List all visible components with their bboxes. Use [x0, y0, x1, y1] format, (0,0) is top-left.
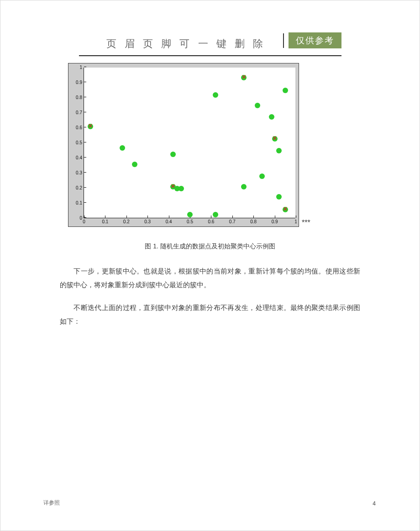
figure-caption: 图 1. 随机生成的数据点及初始聚类中心示例图	[0, 242, 420, 251]
data-point	[283, 88, 288, 93]
y-tick	[84, 202, 86, 203]
header-divider	[283, 33, 284, 48]
x-tick-label: 0.7	[229, 219, 236, 224]
y-tick-label: 0.4	[72, 155, 82, 160]
data-point	[213, 92, 218, 98]
x-tick-label: 0.2	[123, 219, 130, 224]
data-point	[272, 136, 278, 142]
data-point	[132, 162, 137, 167]
data-point	[241, 184, 247, 189]
body-paragraph-1: 下一步，更新簇中心。也就是说，根据簇中的当前对象，重新计算每个簇的均值。使用这些…	[60, 264, 360, 292]
x-tick-label: 0.9	[272, 219, 278, 224]
page-header: 页 眉 页 脚 可 一 键 删 除 仅供参考	[79, 34, 341, 53]
y-tick	[84, 172, 86, 173]
x-tick	[169, 216, 169, 218]
scatter-plot-frame: 00.10.20.30.40.50.60.70.80.9100.10.20.30…	[68, 63, 299, 227]
data-point	[283, 207, 288, 212]
x-tick-label: 1	[294, 219, 297, 224]
data-point	[170, 152, 176, 157]
data-point	[88, 124, 93, 129]
footer-left: 详参照	[43, 499, 60, 507]
header-title: 页 眉 页 脚 可 一 键 删 除	[106, 37, 266, 51]
x-tick	[147, 216, 148, 218]
y-tick	[84, 217, 86, 218]
data-point	[255, 103, 260, 108]
data-point	[276, 148, 282, 153]
x-tick	[275, 216, 275, 218]
data-point	[178, 186, 184, 191]
y-tick	[84, 82, 86, 82]
x-tick	[253, 216, 254, 218]
x-tick	[105, 216, 105, 218]
x-tick-label: 0.6	[208, 219, 214, 224]
data-point	[120, 145, 125, 151]
x-tick	[296, 216, 296, 218]
x-tick-label: 0.5	[187, 219, 193, 224]
y-tick-label: 0.8	[72, 95, 82, 100]
data-point	[213, 212, 218, 217]
data-point	[187, 212, 193, 217]
y-tick-label: 0.5	[72, 140, 82, 145]
scatter-plot-area: 00.10.20.30.40.50.60.70.80.9100.10.20.30…	[84, 68, 295, 218]
data-point	[259, 173, 265, 179]
y-tick	[84, 112, 86, 112]
header-rule	[79, 55, 341, 56]
y-tick	[84, 187, 86, 188]
y-tick	[84, 67, 86, 67]
data-point	[276, 194, 282, 200]
x-tick	[211, 216, 211, 218]
y-tick-label: 1	[72, 65, 82, 70]
y-tick-label: 0.6	[72, 125, 82, 130]
y-tick	[84, 127, 86, 127]
y-tick-label: 0.1	[72, 200, 82, 205]
body-paragraph-2: 不断迭代上面的过程，直到簇中对象的重新分布不再发生，处理结束。最终的聚类结果示例…	[60, 301, 360, 328]
x-tick-label: 0.4	[166, 219, 172, 224]
y-tick-label: 0.2	[72, 185, 82, 190]
y-tick-label: 0.9	[72, 80, 82, 85]
x-tick	[232, 216, 233, 218]
figure-asterisks: ***	[302, 219, 310, 227]
x-tick-label: 0.1	[102, 219, 108, 224]
paragraph-1-text: 下一步，更新簇中心。也就是说，根据簇中的当前对象，重新计算每个簇的均值。使用这些…	[60, 267, 360, 289]
footer-page-number: 4	[373, 500, 376, 507]
x-tick-label: 0	[83, 219, 85, 224]
header-badge: 仅供参考	[289, 32, 341, 48]
page-root: 页 眉 页 脚 可 一 键 删 除 仅供参考 00.10.20.30.40.50…	[0, 0, 420, 531]
data-point	[269, 114, 274, 120]
y-tick	[84, 142, 86, 142]
y-tick-label: 0.7	[72, 110, 82, 115]
paragraph-2-text: 不断迭代上面的过程，直到簇中对象的重新分布不再发生，处理结束。最终的聚类结果示例…	[60, 304, 360, 325]
y-tick	[84, 157, 86, 158]
y-tick-label: 0	[72, 216, 82, 221]
x-tick-label: 0.8	[250, 219, 257, 224]
data-point	[241, 75, 247, 80]
y-tick	[84, 97, 86, 97]
x-tick-label: 0.3	[144, 219, 151, 224]
x-tick	[126, 216, 127, 218]
y-tick-label: 0.3	[72, 170, 82, 175]
